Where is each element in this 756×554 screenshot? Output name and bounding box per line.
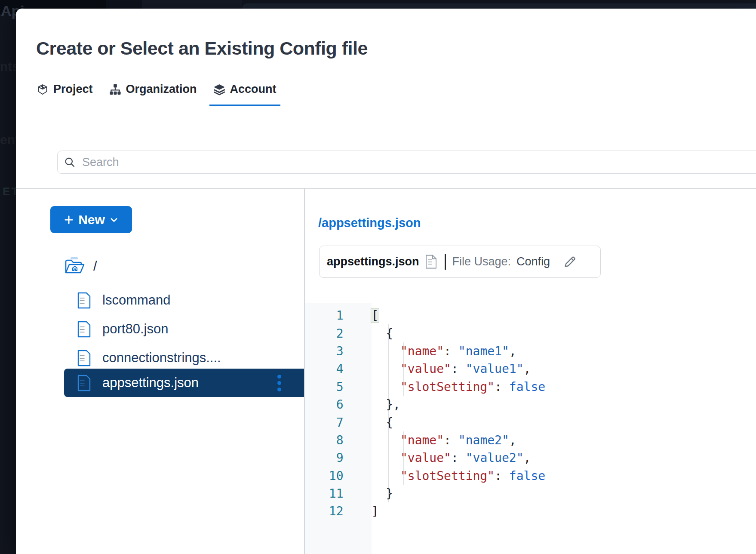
code-text: {	[372, 416, 393, 430]
new-button-label: New	[78, 212, 105, 227]
file-label: port80.json	[102, 321, 168, 337]
code-text: [	[372, 308, 379, 323]
file-item-3[interactable]: connectionstrings....	[64, 346, 304, 370]
code-text: "value": "value1",	[372, 362, 531, 376]
tab-label: Organization	[126, 83, 197, 96]
tab-organization[interactable]: Organization	[105, 81, 201, 106]
file-usage-value: Config	[516, 255, 550, 268]
code-text: "name": "name1",	[372, 344, 516, 358]
org-chart-icon	[109, 83, 121, 95]
line-number: 1	[305, 308, 372, 323]
search-bar	[57, 151, 756, 174]
chip-filename: appsettings.json	[327, 255, 419, 268]
code-line: 11 }	[305, 485, 756, 502]
file-label: appsettings.json	[102, 375, 199, 391]
line-number: 12	[305, 504, 372, 518]
line-number: 2	[305, 326, 372, 341]
layers-icon	[213, 83, 225, 95]
search-input[interactable]	[76, 156, 756, 169]
code-line: 9 "value": "value2",	[305, 449, 756, 467]
code-text: "slotSetting": false	[372, 469, 546, 483]
horizontal-divider	[16, 188, 756, 189]
plus-icon	[63, 214, 74, 225]
file-label: connectionstrings....	[102, 350, 221, 366]
code-text: "name": "name2",	[372, 433, 516, 447]
code-text: ]	[372, 504, 379, 518]
code-line: 6 },	[305, 396, 756, 413]
file-item-2[interactable]: port80.json	[64, 317, 304, 341]
root-folder-row[interactable]: /	[64, 255, 97, 278]
code-line: 2 {	[305, 324, 756, 342]
edit-pencil-icon[interactable]	[563, 255, 577, 268]
code-lines: 1[2 {3 "name": "name1",4 "value": "value…	[305, 307, 756, 520]
tab-label: Account	[230, 83, 277, 96]
tab-bar: Project Organization	[33, 81, 280, 106]
file-usage-label: File Usage:	[452, 255, 511, 268]
tab-project[interactable]: Project	[33, 81, 97, 106]
code-line: 12]	[305, 502, 756, 520]
page-title: Create or Select an Existing Config file	[36, 38, 368, 59]
home-folder-icon	[64, 256, 85, 276]
code-text: }	[372, 486, 393, 501]
code-editor[interactable]: 1[2 {3 "name": "name1",4 "value": "value…	[305, 303, 756, 554]
file-icon	[77, 375, 91, 391]
tab-label: Project	[53, 83, 93, 96]
tab-account[interactable]: Account	[209, 81, 280, 106]
line-number: 4	[305, 362, 372, 376]
file-label: lscommand	[102, 292, 171, 308]
code-line: 1[	[305, 307, 756, 324]
file-info-chip: appsettings.json File Usage: Config	[319, 246, 601, 278]
root-folder-label: /	[93, 259, 97, 274]
config-file-modal: Create or Select an Existing Config file…	[16, 9, 756, 554]
file-icon	[77, 292, 91, 309]
line-number: 11	[305, 486, 372, 501]
code-text: },	[372, 397, 400, 412]
file-icon	[77, 321, 91, 338]
line-number: 5	[305, 380, 372, 394]
code-line: 4 "value": "value1",	[305, 360, 756, 378]
file-path-title[interactable]: /appsettings.json	[318, 216, 421, 230]
kebab-menu-icon[interactable]	[274, 369, 284, 397]
file-item-4[interactable]: appsettings.json	[64, 369, 304, 397]
file-icon	[77, 350, 91, 366]
line-number: 8	[305, 433, 372, 447]
code-line: 3 "name": "name1",	[305, 342, 756, 360]
code-text: {	[372, 326, 393, 341]
chip-separator	[445, 254, 446, 270]
file-item-1[interactable]: lscommand	[64, 288, 304, 312]
line-number: 10	[305, 469, 372, 483]
document-icon	[425, 255, 437, 269]
cube-icon	[37, 83, 49, 95]
line-number: 3	[305, 344, 372, 358]
line-number: 7	[305, 416, 372, 430]
screen: Api nts ents ET Create or Select an Exis…	[0, 0, 756, 554]
code-line: 5 "slotSetting": false	[305, 378, 756, 396]
new-button[interactable]: New	[50, 206, 132, 233]
chevron-down-icon	[109, 215, 119, 225]
code-line: 8 "name": "name2",	[305, 431, 756, 449]
code-text: "slotSetting": false	[372, 380, 546, 394]
line-number: 9	[305, 451, 372, 465]
line-number: 6	[305, 397, 372, 412]
code-line: 10 "slotSetting": false	[305, 467, 756, 485]
search-icon	[64, 157, 76, 168]
code-text: "value": "value2",	[372, 451, 531, 465]
code-line: 7 {	[305, 413, 756, 431]
